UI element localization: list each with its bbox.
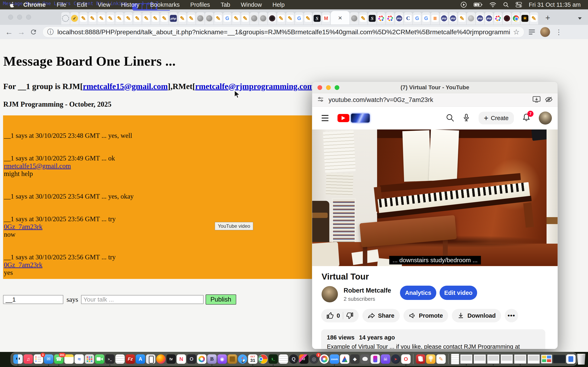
- tab-sbs[interactable]: ✶: [521, 12, 529, 25]
- tab-writing[interactable]: ✎: [160, 12, 169, 25]
- site-settings-icon[interactable]: [317, 96, 324, 104]
- youtube-logo[interactable]: [337, 114, 370, 123]
- dock-item-docthumb[interactable]: [451, 354, 459, 364]
- tab-php-circle[interactable]: php: [476, 12, 484, 25]
- dock-item-calendar[interactable]: OCT31: [248, 354, 258, 364]
- browser-menu-icon[interactable]: ⋮: [555, 28, 562, 36]
- tab-writing[interactable]: ✎: [106, 12, 115, 25]
- minimize-window-button[interactable]: [326, 85, 331, 90]
- dock-item-appletv[interactable]: tv: [166, 354, 176, 364]
- site-info-icon[interactable]: ⓘ: [47, 27, 54, 36]
- dock-item-iphone[interactable]: [146, 354, 155, 364]
- mic-icon[interactable]: [462, 114, 470, 123]
- tab-globe[interactable]: [196, 12, 205, 25]
- tab-check-circle[interactable]: ✓: [70, 12, 79, 25]
- menu-app-name[interactable]: Chrome: [17, 1, 52, 8]
- tab-s-dark[interactable]: S: [368, 12, 376, 25]
- dock-item-skull[interactable]: ☠: [381, 354, 390, 364]
- battery-icon[interactable]: [474, 2, 483, 7]
- tab-c-serif[interactable]: C: [404, 12, 412, 25]
- tab-writing[interactable]: ✎: [115, 12, 124, 25]
- tab-dark-red-circle[interactable]: [503, 12, 511, 25]
- dock-item-trash[interactable]: [576, 354, 586, 365]
- dock-item-cards[interactable]: [416, 354, 425, 364]
- tab-php-circle[interactable]: php: [395, 12, 403, 25]
- tab-writing[interactable]: ✎: [133, 12, 142, 25]
- tab-php-circle[interactable]: php: [485, 12, 493, 25]
- back-button[interactable]: ←: [3, 26, 15, 38]
- dock-item-music[interactable]: ♫: [24, 354, 33, 364]
- dock-item-grapher[interactable]: ≈: [75, 354, 84, 364]
- wifi-icon[interactable]: [490, 2, 496, 7]
- create-button[interactable]: + Create: [479, 112, 514, 124]
- tab-search-chevron-icon[interactable]: [576, 15, 584, 22]
- tab-google[interactable]: G: [295, 12, 303, 25]
- message-link[interactable]: rmetcalfe15@gmail.com: [4, 162, 71, 170]
- dock-item-quicktime[interactable]: Q: [289, 354, 298, 364]
- dock-item-winthumb[interactable]: [514, 354, 527, 364]
- tab-writing[interactable]: ✎: [97, 12, 106, 25]
- tab-php[interactable]: php: [169, 12, 178, 25]
- dock-item-winthumb[interactable]: [501, 354, 513, 364]
- menu-item-view[interactable]: View: [92, 1, 116, 8]
- dock-item-winthumb[interactable]: [460, 354, 473, 364]
- search-icon[interactable]: [446, 114, 454, 123]
- reload-button[interactable]: [27, 26, 40, 38]
- dock-item-winthumb[interactable]: [474, 354, 486, 364]
- dock-item-chrome[interactable]: [258, 354, 268, 364]
- tab-globe[interactable]: [205, 12, 214, 25]
- url-text[interactable]: localhost:8888/PHP/prepend/talk_about_it…: [57, 28, 510, 36]
- menu-item-help[interactable]: Help: [267, 1, 290, 8]
- tab-php-circle[interactable]: php: [449, 12, 457, 25]
- tab-gmail[interactable]: M: [322, 12, 330, 25]
- tab-stackoverflow[interactable]: ≣: [431, 12, 439, 25]
- tab-google[interactable]: G: [413, 12, 421, 25]
- address-bar[interactable]: ⓘ localhost:8888/PHP/prepend/talk_about_…: [43, 26, 524, 38]
- like-dislike-pill[interactable]: 0: [321, 309, 359, 322]
- tab-dots-ring[interactable]: [377, 12, 385, 25]
- tab-groups-icon[interactable]: [529, 30, 535, 34]
- tab-writing[interactable]: ✎: [458, 12, 466, 25]
- dock-item-minithumb[interactable]: [541, 354, 552, 364]
- video-player[interactable]: ... downstairs study/bedroom ...: [312, 129, 558, 266]
- spotlight-search-icon[interactable]: [503, 2, 509, 8]
- tab-dots-ring[interactable]: [494, 12, 502, 25]
- window-traffic-lights[interactable]: [8, 15, 31, 20]
- active-tab[interactable]: ×: [331, 11, 350, 25]
- tab-writing[interactable]: ✎: [142, 12, 151, 25]
- more-actions-button[interactable]: •••: [505, 309, 518, 322]
- tab-chrome[interactable]: [512, 12, 520, 25]
- tab-gray-circle[interactable]: [467, 12, 475, 25]
- youtube-url-bar[interactable]: youtube.com/watch?v=0Gz_7am23rk: [312, 93, 558, 107]
- dock-item-archive[interactable]: [228, 354, 237, 364]
- dock-item-winthumb[interactable]: [487, 354, 500, 364]
- youtube-window-titlebar[interactable]: (7) Virtual Tour - YouTube: [312, 82, 558, 93]
- dock-item-facetime[interactable]: [95, 354, 104, 364]
- tab-writing[interactable]: ✎: [530, 12, 538, 25]
- open-in-chrome-icon[interactable]: [533, 96, 540, 104]
- message-link[interactable]: 0Gz_7am23rk: [4, 261, 43, 268]
- tab-writing[interactable]: ✎: [187, 12, 196, 25]
- dock-item-photos[interactable]: [197, 354, 207, 364]
- promote-button[interactable]: Promote: [403, 309, 448, 322]
- tab-php-circle[interactable]: php: [440, 12, 448, 25]
- dock-item-launchpad[interactable]: [85, 354, 94, 364]
- tab-writing[interactable]: ✎: [151, 12, 160, 25]
- tab-writing[interactable]: ✎: [277, 12, 285, 25]
- dock-item-mail[interactable]: ✉: [44, 354, 53, 364]
- dock-item-palette[interactable]: [320, 354, 329, 364]
- tab-dark-circle[interactable]: [268, 12, 277, 25]
- dock-item-termgreen[interactable]: $_: [268, 354, 278, 364]
- menu-item-window[interactable]: Window: [235, 1, 267, 8]
- tab-writing[interactable]: ✎: [304, 12, 312, 25]
- zoom-window-button[interactable]: [26, 15, 31, 20]
- tab-writing[interactable]: ✎: [232, 12, 241, 25]
- dock-item-zoom[interactable]: zoom: [330, 354, 339, 364]
- description-box[interactable]: 186 views 14 years ago Example of Virtua…: [321, 329, 545, 349]
- tab-writing[interactable]: ✎: [359, 12, 367, 25]
- dock-item-appstore[interactable]: A: [136, 354, 145, 364]
- tab-writing[interactable]: ✎: [178, 12, 187, 25]
- edit-video-button[interactable]: Edit video: [440, 286, 477, 300]
- dock-item-firefox[interactable]: [156, 354, 165, 364]
- menu-item-history[interactable]: History: [116, 1, 145, 8]
